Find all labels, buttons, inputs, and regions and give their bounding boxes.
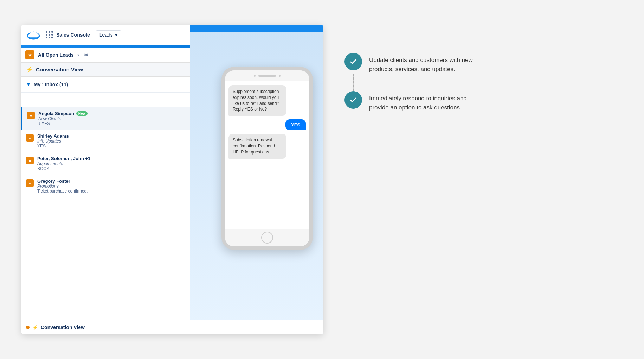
phone-bottom (225, 229, 309, 246)
feature-text-1: Immediately respond to inquiries and pro… (369, 91, 482, 112)
pin-icon[interactable]: ✲ (84, 52, 88, 58)
contact-star-icon-2: ★ (26, 157, 34, 164)
sf-panel: Sales Console Leads ▾ 🔍 ★ All Open Leads… (21, 25, 323, 334)
leads-dropdown[interactable]: Leads ▾ (96, 30, 121, 39)
phone-mockup: Supplement subscription expires soon. Wo… (221, 67, 313, 250)
contact-name-1: Shirley Adams (37, 133, 69, 139)
phone-screen: Supplement subscription expires soon. Wo… (225, 81, 309, 229)
lightning-icon: ⚡ (26, 66, 33, 73)
contact-name-0: Angela Simpson (38, 111, 74, 116)
check-svg-1 (349, 96, 358, 104)
nav-grid-icon[interactable] (46, 31, 53, 39)
feature-item-0: Update clients and customers with new pr… (344, 53, 623, 74)
phone-dot-1 (254, 75, 256, 77)
new-badge-0: New (76, 111, 88, 116)
feature-connector (353, 74, 354, 91)
feature-check-icon-0 (344, 53, 362, 70)
feature-group: Update clients and customers with new pr… (344, 53, 623, 112)
contact-name-3: Gregory Foster (37, 178, 70, 184)
outer-wrapper: Sales Console Leads ▾ 🔍 ★ All Open Leads… (0, 11, 644, 348)
contact-name-2: Peter, Solomon, John +1 (37, 156, 90, 161)
feature-list: Update clients and customers with new pr… (344, 25, 623, 112)
footer-lightning-icon: ⚡ (32, 325, 38, 330)
salesforce-logo (27, 28, 40, 42)
phone-bubble-incoming-2: Subscription renewal confirmation. Respo… (228, 134, 286, 158)
sf-footer: ⚡ Conversation View (21, 320, 323, 334)
all-leads-label: All Open Leads (38, 52, 74, 58)
check-svg-0 (349, 57, 358, 66)
phone-dot-2 (279, 75, 281, 77)
feature-check-icon-1 (344, 91, 362, 109)
footer-dot-icon (26, 326, 30, 329)
app-name: Sales Console (56, 32, 90, 38)
contact-star-icon-1: ★ (26, 134, 34, 142)
phone-notch (225, 70, 309, 81)
phone-speaker (258, 75, 276, 77)
star-icon: ★ (25, 50, 34, 59)
filter-icon[interactable]: ▼ (26, 82, 31, 87)
phone-bubble-incoming-1: Supplement subscription expires soon. Wo… (228, 85, 286, 116)
leads-chevron-icon: ▾ (115, 32, 117, 38)
phone-bubble-outgoing: YES (285, 119, 306, 130)
sf-nav: Sales Console Leads ▾ (46, 30, 214, 39)
phone-home-button[interactable] (261, 232, 273, 244)
footer-conv-title: Conversation View (41, 325, 85, 330)
contact-star-icon-0: ★ (27, 112, 35, 119)
feature-text-0: Update clients and customers with new pr… (369, 53, 482, 74)
feature-item-1: Immediately respond to inquiries and pro… (344, 91, 623, 112)
blue-top-bar (190, 25, 323, 32)
leads-dropdown-arrow[interactable]: ▾ (77, 53, 79, 57)
leads-label: Leads (99, 32, 113, 38)
contact-star-icon-3: ★ (26, 179, 34, 187)
